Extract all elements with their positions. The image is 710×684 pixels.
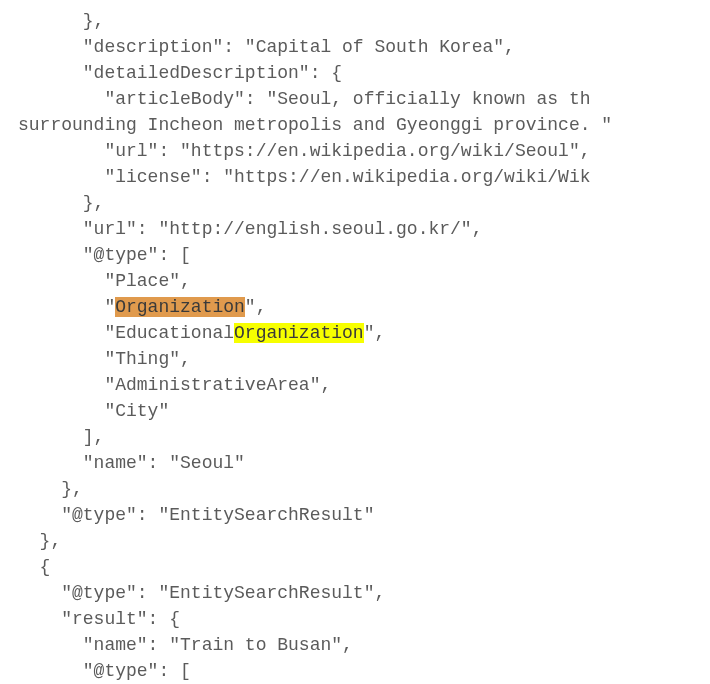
code-line: surrounding Incheon metropolis and Gyeon… [18,115,612,135]
code-line: { [18,557,50,577]
code-line: "Thing", [18,349,191,369]
code-line: }, [18,193,104,213]
code-line: "@type": [ [18,661,191,681]
code-line: }, [18,531,61,551]
code-line: "Place", [18,271,191,291]
code-line: }, [18,11,104,31]
code-line: "City" [18,401,169,421]
json-code-block: }, "description": "Capital of South Kore… [0,0,710,684]
code-line: "url": "https://en.wikipedia.org/wiki/Se… [18,141,591,161]
code-line: "description": "Capital of South Korea", [18,37,515,57]
code-line: "detailedDescription": { [18,63,342,83]
code-line: "@type": "EntitySearchResult" [18,505,374,525]
code-line: "EducationalOrganization", [18,323,385,343]
code-line: "url": "http://english.seoul.go.kr/", [18,219,482,239]
code-line: "@type": "EntitySearchResult", [18,583,385,603]
code-line: "Organization", [18,297,266,317]
code-line: "result": { [18,609,180,629]
code-line: "name": "Seoul" [18,453,245,473]
highlight-organization-yellow: Organization [234,323,364,343]
code-line: "name": "Train to Busan", [18,635,353,655]
code-line: ], [18,427,104,447]
highlight-organization: Organization [115,297,245,317]
code-line: }, [18,479,83,499]
code-line: "@type": [ [18,245,191,265]
code-line: "AdministrativeArea", [18,375,331,395]
code-line: "articleBody": "Seoul, officially known … [18,89,591,109]
code-line: "license": "https://en.wikipedia.org/wik… [18,167,591,187]
